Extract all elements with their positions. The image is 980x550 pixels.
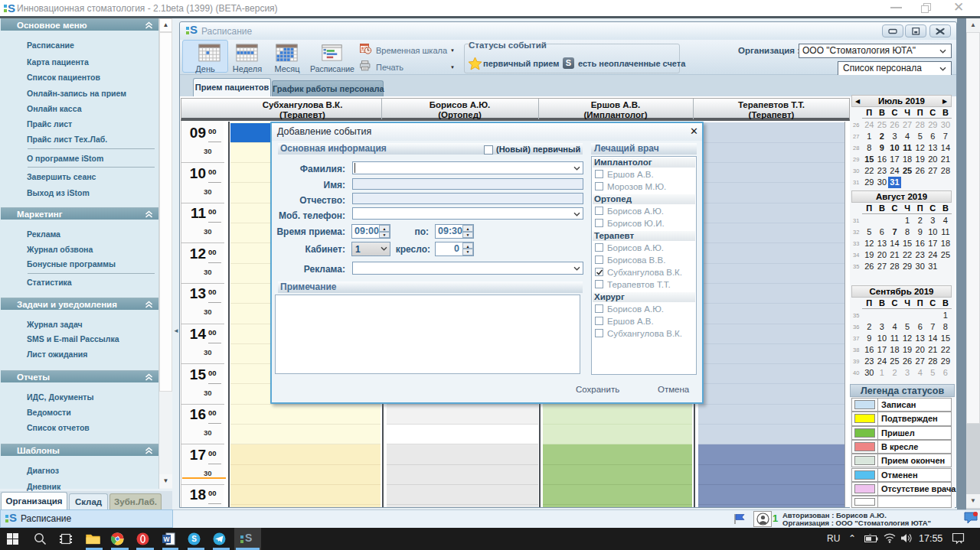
svg-text:S: S <box>191 535 197 543</box>
svg-text:W: W <box>163 535 170 543</box>
